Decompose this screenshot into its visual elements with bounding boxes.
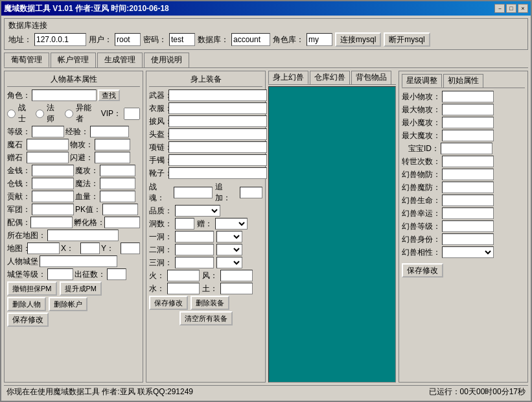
fire-input[interactable] [167, 270, 200, 281]
type-psi-radio[interactable] [65, 110, 73, 118]
cancel-pm-button[interactable]: 撤销担保PM [7, 281, 57, 296]
add-input[interactable] [240, 187, 262, 198]
hp-input[interactable] [100, 191, 135, 202]
hole2-select[interactable] [216, 244, 242, 255]
min-phys-input[interactable] [442, 91, 494, 102]
soul-input[interactable] [174, 187, 213, 198]
maximize-button[interactable]: □ [506, 4, 516, 13]
army-input[interactable] [32, 204, 74, 215]
hole1-input[interactable] [175, 231, 214, 242]
gold-input[interactable] [32, 165, 74, 176]
tab-help[interactable]: 使用说明 [144, 53, 189, 67]
cloak-input[interactable] [168, 115, 267, 127]
pet-level-input[interactable] [442, 220, 494, 232]
phys-atk-input[interactable] [95, 139, 130, 150]
window-controls: － □ × [494, 4, 528, 13]
clothes-input[interactable] [168, 102, 267, 114]
search-button[interactable]: 查找 [98, 89, 120, 101]
db-input[interactable] [231, 33, 270, 46]
close-button[interactable]: × [518, 4, 528, 13]
max-phys-input[interactable] [442, 104, 494, 115]
spouse-input[interactable] [30, 217, 73, 228]
y-input[interactable] [121, 242, 140, 254]
min-mag-input[interactable] [442, 117, 494, 128]
magic-atk-input[interactable] [100, 165, 135, 176]
castle-level-row: 城堡等级： 出征数： [7, 268, 140, 280]
magic-stone-input[interactable] [27, 139, 69, 150]
connect-button[interactable]: 连接mysql [335, 32, 381, 47]
necklace-input[interactable] [168, 141, 267, 153]
gift-select[interactable] [215, 218, 248, 230]
pet-affinity-select[interactable] [442, 246, 494, 258]
equip-clear-button[interactable]: 清空所有装备 [179, 311, 233, 325]
bracelet-input[interactable] [168, 154, 267, 166]
vip-input[interactable] [124, 108, 140, 120]
warehouse-input[interactable] [32, 178, 74, 189]
helmet-input[interactable] [168, 128, 267, 140]
hole2-input[interactable] [175, 244, 214, 255]
monster-tab-warehouse[interactable]: 仓库幻兽 [310, 71, 350, 84]
earth-input[interactable] [220, 283, 253, 294]
hole1-row: 一洞： [149, 231, 262, 242]
max-phys-label: 最大物攻： [402, 104, 441, 115]
boots-input[interactable] [168, 167, 267, 179]
star-tab-initial[interactable]: 初始属性 [443, 74, 483, 88]
delete-account-button[interactable]: 删除帐户 [49, 297, 87, 311]
type-mage-radio[interactable] [36, 110, 44, 118]
tab-grape[interactable]: 葡萄管理 [4, 53, 49, 67]
expedition-input[interactable] [107, 268, 126, 280]
upgrade-pm-button[interactable]: 提升成PM [60, 281, 102, 296]
exp-input[interactable] [90, 126, 129, 137]
max-mag-input[interactable] [442, 130, 494, 141]
statusbar-left: 你现在在使用魔域数据工具 作者:亚风 联系QQ:291249 [6, 386, 193, 397]
pet-id-input[interactable] [441, 143, 492, 154]
hatch-input[interactable] [104, 217, 140, 228]
mapid-input[interactable] [27, 242, 60, 254]
hole3-select[interactable] [216, 257, 242, 268]
wind-input[interactable] [220, 270, 253, 281]
char-save-button[interactable]: 保存修改 [7, 313, 49, 327]
pet-def-input[interactable] [442, 169, 494, 180]
minimize-button[interactable]: － [494, 4, 505, 13]
user-input[interactable] [115, 33, 141, 46]
tab-generate[interactable]: 生成管理 [97, 53, 143, 67]
map-input[interactable] [47, 230, 119, 241]
quality-select[interactable] [175, 205, 220, 217]
x-input[interactable] [80, 242, 100, 254]
contrib-input[interactable] [32, 191, 74, 202]
equip-delete-button[interactable]: 删除装备 [191, 296, 229, 310]
pk-input[interactable] [102, 204, 138, 215]
hole3-input[interactable] [175, 257, 214, 268]
castle-input[interactable] [40, 255, 117, 267]
star-save-button[interactable]: 保存修改 [402, 263, 443, 278]
hole1-label: 一洞： [149, 231, 172, 242]
addr-input[interactable] [34, 33, 86, 46]
tab-account[interactable]: 帐户管理 [51, 53, 96, 67]
disconnect-button[interactable]: 断开mysql [384, 32, 430, 47]
castle-level-input[interactable] [47, 268, 73, 280]
weapon-input[interactable] [168, 89, 267, 101]
monster-tab-bag[interactable]: 背包物品 [351, 71, 391, 84]
magic-input[interactable] [100, 178, 135, 189]
pet-mdef-input[interactable] [442, 182, 494, 193]
pet-identity-input[interactable] [442, 233, 494, 245]
level-input[interactable] [32, 126, 64, 137]
equip-save-button[interactable]: 保存修改 [149, 296, 188, 310]
delete-char-button[interactable]: 删除人物 [7, 297, 46, 311]
castle-level-label: 城堡等级： [7, 269, 46, 280]
gem-input[interactable] [27, 152, 69, 163]
rebirth-input[interactable] [442, 156, 494, 167]
type-warrior-radio[interactable] [7, 110, 16, 118]
hole1-select[interactable] [216, 231, 242, 242]
flash-input[interactable] [95, 152, 130, 163]
star-tab-adjust[interactable]: 星级调整 [402, 74, 442, 88]
role-input[interactable] [306, 33, 332, 46]
holes-input[interactable] [175, 218, 194, 230]
pet-hp-input[interactable] [442, 195, 494, 206]
pet-luck-input[interactable] [442, 207, 494, 219]
pet-def-label: 幻兽物防： [402, 169, 441, 180]
role-input[interactable] [32, 89, 97, 101]
water-input[interactable] [167, 283, 200, 294]
pwd-input[interactable] [169, 33, 195, 46]
monster-tab-body[interactable]: 身上幻兽 [268, 71, 308, 84]
